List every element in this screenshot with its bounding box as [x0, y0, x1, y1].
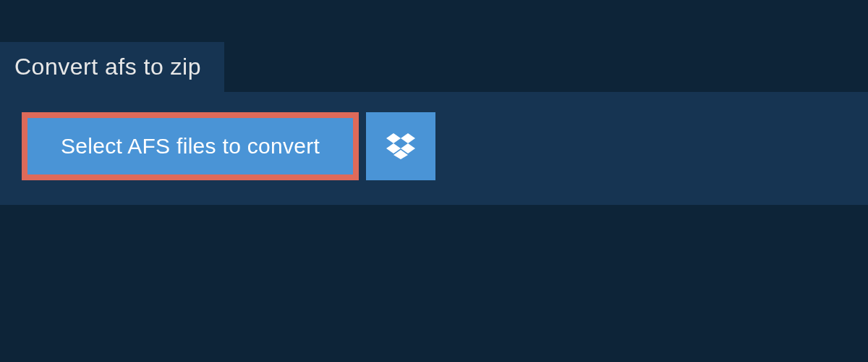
dropbox-button[interactable]: [366, 112, 435, 180]
tab-convert[interactable]: Convert afs to zip: [0, 42, 224, 92]
svg-marker-1: [401, 133, 415, 143]
button-row: Select AFS files to convert: [22, 112, 846, 180]
select-files-label: Select AFS files to convert: [61, 134, 320, 159]
dropbox-icon: [386, 133, 415, 159]
tab-bar: Convert afs to zip: [0, 0, 868, 92]
select-files-button[interactable]: Select AFS files to convert: [22, 112, 359, 180]
tab-label: Convert afs to zip: [14, 54, 201, 80]
svg-marker-0: [386, 133, 401, 143]
main-panel: Select AFS files to convert: [0, 92, 868, 205]
